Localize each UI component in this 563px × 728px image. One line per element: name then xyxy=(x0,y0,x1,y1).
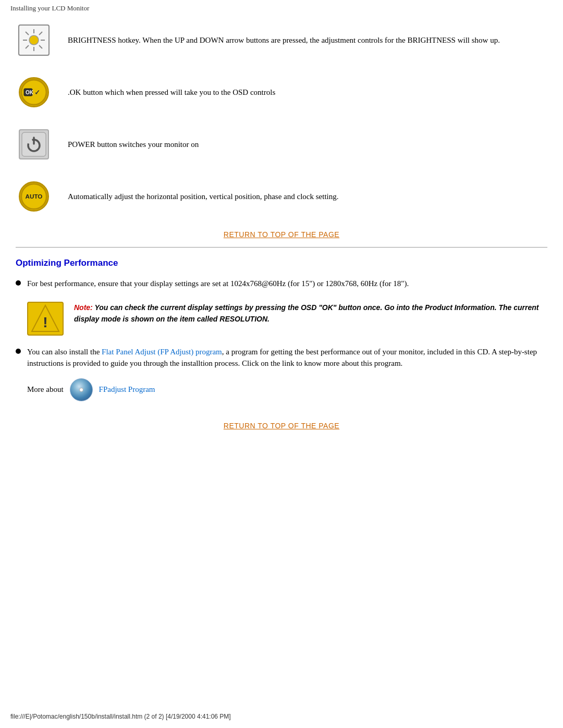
power-icon-box xyxy=(16,126,52,163)
warning-text: Note: You can check the current display … xyxy=(74,302,547,325)
brightness-icon-box xyxy=(16,22,52,58)
cd-center xyxy=(79,388,83,392)
brightness-item: BRIGHTNESS hotkey. When the UP and DOWN … xyxy=(16,22,547,58)
fpadjust-program-link[interactable]: FPadjust Program xyxy=(99,385,155,394)
auto-icon-box: AUTO xyxy=(16,178,52,215)
bullet-text-1: For best performance, ensure that your d… xyxy=(27,278,547,290)
bullet-item-2: You can also install the Flat Panel Adju… xyxy=(16,346,547,369)
return-link-1-container: RETURN TO TOP OF THE PAGE xyxy=(16,230,547,239)
bullet2-prefix: You can also install the xyxy=(27,348,102,356)
power-description: POWER button switches your monitor on xyxy=(68,139,547,151)
brightness-icon xyxy=(18,24,50,56)
section-title: Optimizing Performance xyxy=(16,258,547,268)
ok-item: OK ✓ .OK button which when pressed will … xyxy=(16,74,547,110)
bullet-text-2: You can also install the Flat Panel Adju… xyxy=(27,346,547,369)
auto-description: Automatically adjust the horizontal posi… xyxy=(68,191,547,203)
power-svg xyxy=(21,131,47,157)
svg-line-8 xyxy=(26,45,29,48)
warning-triangle-svg: ! xyxy=(30,303,61,334)
svg-point-0 xyxy=(29,35,39,45)
bullet-dot-1 xyxy=(16,280,21,286)
main-content: BRIGHTNESS hotkey. When the UP and DOWN … xyxy=(0,17,563,470)
fpadjust-row: More about FPadjust Program xyxy=(27,379,547,401)
page-footer: file:///E|/Potomac/english/150b/install/… xyxy=(10,713,553,720)
warning-icon: ! xyxy=(27,302,64,336)
ok-icon-box: OK ✓ xyxy=(16,74,52,110)
return-link-2-container: RETURN TO TOP OF THE PAGE xyxy=(16,422,547,430)
ok-icon: OK ✓ xyxy=(19,77,49,107)
header-title: Installing your LCD Monitor xyxy=(10,4,89,12)
bullet-item-1: For best performance, ensure that your d… xyxy=(16,278,547,290)
auto-svg: AUTO xyxy=(20,181,47,212)
return-link-2[interactable]: RETURN TO TOP OF THE PAGE xyxy=(224,422,339,430)
fp-adjust-link[interactable]: Flat Panel Adjust (FP Adjust) program xyxy=(102,348,222,356)
svg-text:!: ! xyxy=(43,314,47,330)
footer-path: file:///E|/Potomac/english/150b/install/… xyxy=(10,713,231,720)
svg-text:OK: OK xyxy=(26,90,34,95)
power-icon xyxy=(19,129,49,159)
power-item: POWER button switches your monitor on xyxy=(16,126,547,163)
note-label: Note: xyxy=(74,303,93,312)
section-divider xyxy=(16,247,547,248)
ok-svg: OK ✓ xyxy=(20,79,47,106)
warning-box: ! Note: You can check the current displa… xyxy=(27,299,547,338)
brightness-svg xyxy=(22,28,46,52)
button-items-section: BRIGHTNESS hotkey. When the UP and DOWN … xyxy=(16,22,547,215)
return-link-1[interactable]: RETURN TO TOP OF THE PAGE xyxy=(224,230,339,239)
cd-icon xyxy=(70,378,93,401)
fpadjust-icon xyxy=(69,379,94,401)
ok-description: .OK button which when pressed will take … xyxy=(68,87,547,98)
svg-line-7 xyxy=(39,32,42,35)
brightness-description: BRIGHTNESS hotkey. When the UP and DOWN … xyxy=(68,34,547,46)
auto-icon: AUTO xyxy=(19,181,49,212)
svg-text:✓: ✓ xyxy=(34,89,40,96)
more-about-label: More about xyxy=(27,385,64,394)
bullet-dot-2 xyxy=(16,349,21,354)
page-header: Installing your LCD Monitor xyxy=(0,0,563,17)
auto-item: AUTO Automatically adjust the horizontal… xyxy=(16,178,547,215)
svg-line-6 xyxy=(39,45,42,48)
svg-text:AUTO: AUTO xyxy=(26,193,43,200)
optimizing-section: Optimizing Performance For best performa… xyxy=(16,258,547,401)
warning-content: You can check the current display settin… xyxy=(74,303,539,323)
svg-line-5 xyxy=(26,32,29,35)
